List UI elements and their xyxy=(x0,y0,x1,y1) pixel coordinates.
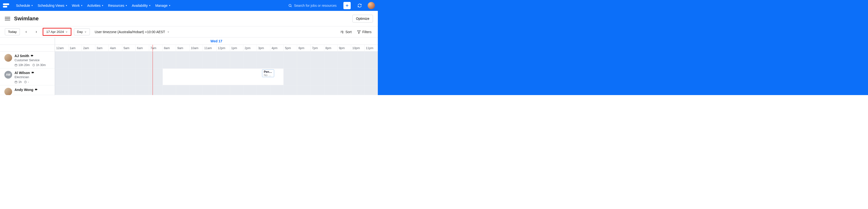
sort-button[interactable]: Sort xyxy=(339,29,353,35)
next-day-button[interactable] xyxy=(32,28,40,36)
timeline-row[interactable]: Pend…No T… xyxy=(55,68,378,85)
hour-header: 9am xyxy=(176,45,189,51)
page-title: Swimlane xyxy=(14,15,38,22)
nav-item-resources[interactable]: Resources▾ xyxy=(105,2,129,9)
search-icon xyxy=(288,4,292,7)
hour-header: 5am xyxy=(122,45,135,51)
nav-item-label: Schedule xyxy=(16,4,30,7)
resource-avatar xyxy=(4,54,12,62)
nav-item-label: Activities xyxy=(87,4,100,7)
nav-item-activities[interactable]: Activities▾ xyxy=(85,2,105,9)
hour-header: 8am xyxy=(162,45,176,51)
add-button[interactable] xyxy=(343,2,351,9)
hour-header: 12pm xyxy=(216,45,230,51)
hour-header: 1am xyxy=(68,45,82,51)
resource-avatar xyxy=(4,88,12,95)
svg-point-0 xyxy=(289,4,291,6)
tag-icon xyxy=(31,71,35,74)
resource-row[interactable]: Andy Wong xyxy=(0,85,55,95)
resource-avatar: AW xyxy=(4,71,12,79)
nav-item-label: Work xyxy=(72,4,80,7)
clock-icon xyxy=(24,80,27,83)
hour-header: 6am xyxy=(135,45,149,51)
sort-icon xyxy=(340,30,344,34)
filters-button[interactable]: Filters xyxy=(355,29,373,35)
chevron-down-icon: ▾ xyxy=(126,4,127,7)
chevron-down-icon: ▾ xyxy=(149,4,150,7)
nav-item-label: Availability xyxy=(132,4,148,7)
hour-header: 10am xyxy=(189,45,203,51)
hour-header: 10pm xyxy=(351,45,365,51)
now-indicator xyxy=(153,45,153,51)
nav-item-label: Scheduling Views xyxy=(37,4,64,7)
tag-icon xyxy=(30,54,34,58)
chevron-down-icon: ▾ xyxy=(66,4,67,7)
plus-icon xyxy=(345,4,349,7)
hour-header: 12am xyxy=(55,45,68,51)
nav-item-scheduling-views[interactable]: Scheduling Views▾ xyxy=(35,2,69,9)
hour-header: 3am xyxy=(95,45,109,51)
filters-label: Filters xyxy=(362,30,372,34)
resource-name: Andy Wong xyxy=(14,88,38,92)
resource-role: Electrician xyxy=(14,75,35,79)
chevron-down-icon xyxy=(167,31,169,33)
chevron-down-icon: ▾ xyxy=(169,4,170,7)
hour-header: 6pm xyxy=(297,45,310,51)
svg-rect-14 xyxy=(15,81,17,83)
optimize-button[interactable]: Optimize xyxy=(352,15,373,23)
chevron-right-icon xyxy=(35,31,38,33)
clock-icon xyxy=(32,64,35,67)
hour-header: 9pm xyxy=(337,45,351,51)
sort-label: Sort xyxy=(345,30,352,34)
nav-item-label: Resources xyxy=(108,4,124,7)
chevron-down-icon xyxy=(65,31,68,33)
chevron-down-icon xyxy=(84,31,87,33)
chevron-down-icon: ▾ xyxy=(31,4,33,7)
timeline-row[interactable] xyxy=(55,51,378,68)
day-header: Wed 17 xyxy=(55,37,378,44)
tag-icon xyxy=(34,88,38,92)
global-search[interactable] xyxy=(287,3,340,8)
resource-role: Customer Service xyxy=(14,58,46,62)
hour-header: 2am xyxy=(82,45,95,51)
timeline-row[interactable] xyxy=(55,85,378,95)
view-picker-label: Day xyxy=(77,30,83,34)
hour-header: 11am xyxy=(203,45,216,51)
app-logo[interactable] xyxy=(3,3,10,8)
nav-item-label: Manage xyxy=(155,4,167,7)
nav-item-manage[interactable]: Manage▾ xyxy=(153,2,173,9)
svg-rect-9 xyxy=(15,64,17,66)
view-picker[interactable]: Day xyxy=(74,28,90,35)
svg-marker-8 xyxy=(358,31,361,33)
prev-day-button[interactable] xyxy=(22,28,30,36)
hour-header: 7pm xyxy=(310,45,324,51)
user-avatar[interactable] xyxy=(368,2,375,9)
today-button[interactable]: Today xyxy=(5,28,20,35)
resource-row[interactable]: AJ Smith Customer Service10h 20m1h 30m xyxy=(0,51,55,68)
filter-icon xyxy=(357,30,361,34)
sync-button[interactable] xyxy=(356,2,363,9)
search-input[interactable] xyxy=(294,4,338,7)
job-subtitle: No T… xyxy=(264,73,273,77)
resource-row[interactable]: AWAl Wilson Electrician1h- xyxy=(0,68,55,85)
nav-item-availability[interactable]: Availability▾ xyxy=(129,2,153,9)
hour-header: 5pm xyxy=(284,45,297,51)
hour-header: 11pm xyxy=(364,45,378,51)
hour-header: 3pm xyxy=(257,45,270,51)
chevron-down-icon: ▾ xyxy=(81,4,82,7)
resource-meta: 10h 20m1h 30m xyxy=(14,63,46,67)
hour-header: 8pm xyxy=(324,45,338,51)
svg-line-1 xyxy=(291,6,291,7)
menu-toggle-button[interactable] xyxy=(5,16,10,21)
job-chip[interactable]: Pend…No T… xyxy=(262,69,274,77)
hour-header: 7am xyxy=(149,45,162,51)
date-picker[interactable]: 17 Apr 2024 xyxy=(42,28,71,36)
sync-icon xyxy=(358,3,362,8)
hour-header: 4am xyxy=(108,45,122,51)
calendar-icon xyxy=(14,80,18,83)
nav-item-schedule[interactable]: Schedule▾ xyxy=(13,2,35,9)
timezone-picker[interactable]: User timezone (Australia/Hobart) +10:00 … xyxy=(95,30,169,34)
nav-item-work[interactable]: Work▾ xyxy=(69,2,85,9)
chevron-left-icon xyxy=(25,31,28,33)
chevron-down-icon: ▾ xyxy=(102,4,103,7)
